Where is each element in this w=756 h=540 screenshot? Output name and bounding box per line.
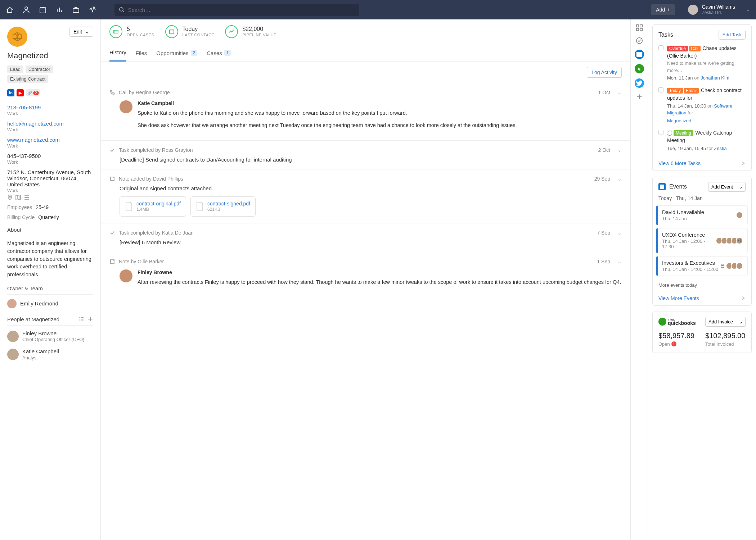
contact-item: hello@magnetized.comWork <box>7 121 93 132</box>
contact-value[interactable]: hello@magnetized.com <box>7 121 93 127</box>
owner-heading: Owner & Team <box>7 285 93 291</box>
tab-history[interactable]: History <box>109 44 126 62</box>
tag[interactable]: Contractor <box>26 65 53 73</box>
feed-item: Call by Regina George1 Oct⌄Katie Campbel… <box>101 83 630 140</box>
quickbooks-card: intuit quickbooks . Add Invoice⌄ $58,957… <box>652 312 752 353</box>
tab-opportunities[interactable]: Opportunities 2 <box>156 45 197 61</box>
chevron-down-icon[interactable]: ⌄ <box>617 90 622 95</box>
contact-value[interactable]: www.magnetized.com <box>7 137 93 143</box>
svg-point-3 <box>120 8 123 11</box>
linkedin-icon[interactable]: in <box>7 89 14 96</box>
contact-value: 845-437-9500 <box>7 153 93 159</box>
calendar-icon[interactable] <box>39 6 47 14</box>
org-title: Magnetized <box>7 51 93 60</box>
person-avatar <box>7 349 19 360</box>
task-item: Meeting Weekly Catchup Meeting Tue, 19 J… <box>658 129 746 152</box>
contact-item: 7152 N. Canterbury Avenue, South Windsor… <box>7 169 93 193</box>
contact-item: www.magnetized.comWork <box>7 137 93 149</box>
task-item: TodayEmail Check on contract updates for… <box>658 87 746 124</box>
owner-row[interactable]: Emily Redmond <box>7 299 93 308</box>
add-task-button[interactable]: Add Task <box>719 30 746 40</box>
task-checkbox[interactable] <box>658 45 663 50</box>
person-avatar <box>7 331 19 342</box>
right-panel: Tasks Add Task OverdueCall Chase updates… <box>648 19 756 540</box>
tag[interactable]: Lead <box>7 65 23 73</box>
person-item[interactable]: Katie CampbellAnalyst <box>7 348 93 361</box>
svg-rect-11 <box>636 52 642 57</box>
quickbooks-icon[interactable]: q <box>635 64 644 73</box>
attendee-avatar <box>736 262 743 269</box>
svg-rect-13 <box>721 266 724 268</box>
badge-overdue: Overdue <box>667 46 688 51</box>
map-icon[interactable] <box>15 195 21 200</box>
svg-rect-7 <box>640 25 642 27</box>
list-icon[interactable] <box>24 195 29 200</box>
activity-icon[interactable] <box>89 6 96 14</box>
person-avatar <box>120 269 132 282</box>
briefcase-icon[interactable] <box>72 6 80 14</box>
task-item: OverdueCall Chase updates (Ollie Barker)… <box>658 45 746 82</box>
view-more-events[interactable]: View More Events <box>653 291 751 305</box>
svg-point-10 <box>636 38 642 44</box>
contact-value: 7152 N. Canterbury Avenue, South Windsor… <box>7 169 93 187</box>
main-panel: 5Open CasesTodayLast Contact$22,000Pipel… <box>101 19 631 540</box>
home-icon[interactable] <box>6 6 14 14</box>
feed-item: Note by Ollie Barker1 Sep⌄Finley BrowneA… <box>101 252 630 297</box>
svg-rect-5 <box>170 30 174 34</box>
event-item[interactable]: Investors & ExecutivesThu, 14 Jan · 14:0… <box>656 256 748 276</box>
chevron-down-icon[interactable]: ⌄ <box>617 176 622 182</box>
integrations-rail: q <box>631 19 648 540</box>
pin-icon[interactable] <box>7 195 13 200</box>
add-button[interactable]: Add + <box>651 4 675 15</box>
badge-email: Email <box>684 88 699 94</box>
svg-rect-1 <box>40 8 46 13</box>
outlook-icon[interactable] <box>635 50 644 59</box>
tag[interactable]: Existing Contract <box>7 75 48 83</box>
search-box[interactable] <box>114 4 359 16</box>
svg-rect-6 <box>636 25 638 27</box>
apps-icon[interactable] <box>635 24 643 32</box>
edit-button[interactable]: Edit ⌄ <box>69 27 93 37</box>
twitter-icon[interactable] <box>635 78 644 88</box>
feed-item: Task completed by Katia De Juan7 Sep⌄[Re… <box>101 223 630 252</box>
address-actions <box>7 195 93 200</box>
log-activity-button[interactable]: Log Activity <box>587 67 622 78</box>
contact-item: 213-705-8199Work <box>7 104 93 116</box>
chevron-down-icon[interactable]: ⌄ <box>617 230 622 236</box>
event-item[interactable]: UXDX ConferenceThu, 14 Jan · 12:00 - 17:… <box>656 228 748 253</box>
lock-icon <box>720 263 725 268</box>
people-heading: People at Magnetized <box>7 316 59 322</box>
file-attachment[interactable]: contract-original.pdf1.4MB <box>120 196 186 217</box>
add-integration-icon[interactable] <box>635 93 643 101</box>
person-icon[interactable] <box>22 6 30 14</box>
add-event-button[interactable]: Add Event⌄ <box>708 182 746 192</box>
user-menu[interactable]: Gavin Williams Zestia Ltd. ⌄ <box>688 4 750 15</box>
task-checkbox[interactable] <box>658 130 663 135</box>
outlook-events-icon <box>658 183 666 190</box>
link-icon[interactable]: 🔗2 <box>26 89 40 96</box>
search-input[interactable] <box>128 7 355 13</box>
list-view-icon[interactable] <box>78 316 84 322</box>
task-checkbox[interactable] <box>658 87 663 92</box>
tab-cases[interactable]: Cases 1 <box>207 45 231 61</box>
quickbooks-logo: intuit quickbooks . <box>658 318 699 326</box>
view-more-tasks[interactable]: View 6 More Tasks <box>653 156 751 171</box>
svg-point-0 <box>25 7 28 10</box>
person-item[interactable]: Finley BrowneChief Operating Officer (CF… <box>7 330 93 343</box>
tab-files[interactable]: Files <box>136 45 147 61</box>
user-org: Zestia Ltd. <box>702 10 735 15</box>
youtube-icon[interactable]: ▶ <box>17 89 24 96</box>
feed-item: Task completed by Ross Grayton2 Oct⌄[Dea… <box>101 140 630 169</box>
chevron-down-icon[interactable]: ⌄ <box>617 147 622 153</box>
add-person-icon[interactable] <box>87 316 93 322</box>
stat: TodayLast Contact <box>165 25 215 38</box>
add-invoice-button[interactable]: Add Invoice⌄ <box>705 317 746 327</box>
reports-icon[interactable] <box>55 6 63 14</box>
check-circle-icon[interactable] <box>635 37 643 45</box>
event-item[interactable]: David UnavailableThu, 14 Jan <box>656 205 748 225</box>
contact-value[interactable]: 213-705-8199 <box>7 104 93 110</box>
about-heading: About <box>7 227 93 233</box>
chevron-down-icon[interactable]: ⌄ <box>617 259 622 264</box>
user-avatar <box>688 5 698 15</box>
file-attachment[interactable]: contract-signed.pdf621KB <box>190 196 256 217</box>
